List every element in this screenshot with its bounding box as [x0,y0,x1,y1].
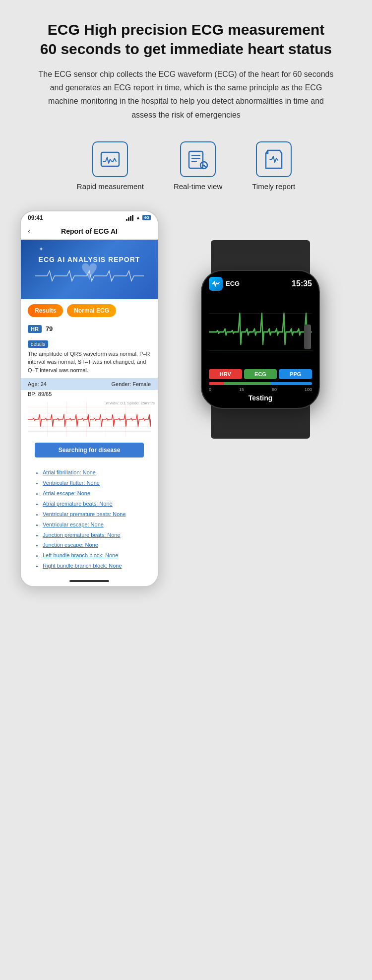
watch-mode-tabs: HRV ECG PPG [209,369,312,379]
rapid-measurement-icon-box [92,141,128,177]
ecg-chart-area: mV/div: 0.1 Speed: 25mm/s [21,399,158,439]
progress-label-100: 100 [305,387,312,392]
patient-bp: BP: 89/65 [28,391,52,397]
watch-app-icon [209,277,223,291]
page-wrapper: ECG High precision ECG measurement60 sec… [0,0,372,617]
watch-progress-labels: 0 15 60 100 [209,387,312,392]
feature-realtime: Real-time view [174,141,222,191]
watch-ecg-display [209,295,312,369]
patient-age: Age: 24 [28,381,47,387]
disease-item-rbbb[interactable]: Right bundle branch block: None [43,561,151,571]
hr-row: HR 79 [21,322,158,336]
details-section: details The amplitude of QRS waveform wa… [21,336,158,379]
patient-bp-row: BP: 89/65 [21,390,158,399]
details-badge[interactable]: details [28,340,48,348]
realtime-view-icon [187,148,209,170]
watch-tab-ppg[interactable]: PPG [279,369,312,379]
rapid-measurement-icon [99,148,121,170]
realtime-label: Real-time view [174,182,222,191]
main-content: 09:41 ▲ 4G ‹ Report of ECG AI [20,210,352,587]
searching-button-wrapper: Searching for disease [21,439,158,465]
signal-bars-icon [126,215,133,221]
disease-item-aescape[interactable]: Atrial escape: None [43,488,151,499]
watch-progress-bar [209,382,312,385]
phone-status-bar: 09:41 ▲ 4G [21,211,158,224]
banner-ecg-wave [35,268,144,283]
results-button[interactable]: Results [28,304,63,317]
svg-line-7 [204,165,206,167]
watch-section: ECG 15:35 [169,210,352,439]
progress-label-0: 0 [209,387,211,392]
disease-item-afib[interactable]: Atrial fibrillation: None [43,467,151,478]
normal-ecg-button[interactable]: Normal ECG [67,304,116,317]
sparkle-icon: ✦ [39,246,44,253]
watch-time: 15:35 [292,279,312,288]
disease-item-lbbb[interactable]: Left bundle branch block: None [43,550,151,561]
timely-report-icon [263,148,285,170]
feature-timely: Timely report [252,141,295,191]
realtime-view-icon-box [180,141,216,177]
page-title: ECG High precision ECG measurement60 sec… [20,20,352,59]
disease-item-apremature[interactable]: Atrial premature beats: None [43,499,151,509]
phone-screen-title: Report of ECG AI [61,227,118,235]
watch-crown [304,325,311,349]
header-section: ECG High precision ECG measurement60 sec… [20,20,352,122]
bar2 [128,217,129,221]
watch-ecg-svg [209,295,312,369]
bar1 [126,219,127,221]
bar3 [130,216,131,221]
timely-label: Timely report [252,182,295,191]
disease-item-vescape[interactable]: Ventricular escape: None [43,520,151,530]
phone-home-bar [21,576,158,586]
watch-app-name: ECG [226,280,240,287]
watch-testing-label: Testing [209,394,312,402]
searching-button[interactable]: Searching for disease [35,443,144,457]
watch-status-bar: ECG 15:35 [209,277,312,291]
watch-app-info: ECG [209,277,240,291]
features-section: Rapid measurement Real-time view [20,141,352,191]
watch-tab-hrv[interactable]: HRV [209,369,242,379]
network-badge: 4G [142,215,151,220]
progress-label-15: 15 [239,387,244,392]
disease-list: Atrial fibrillation: None Ventricular fl… [21,465,158,576]
disease-item-vflutter[interactable]: Ventricular flutter: None [43,478,151,488]
disease-item-jpremature[interactable]: Junction premature beats: None [43,530,151,540]
phone-mockup: 09:41 ▲ 4G ‹ Report of ECG AI [20,210,159,587]
phone-header: ‹ Report of ECG AI [21,224,158,240]
watch-screen: ECG 15:35 [202,271,319,408]
patient-info-bar: Age: 24 Gender: Female [21,378,158,390]
hr-value: 79 [46,325,53,332]
timely-report-icon-box [256,141,292,177]
ecg-chart-svg [28,402,151,437]
phone-status-icons: ▲ 4G [126,215,151,221]
watch-body: ECG 15:35 [201,270,320,409]
ecg-chart-label: mV/div: 0.1 Speed: 25mm/s [106,401,155,405]
progress-label-60: 60 [272,387,277,392]
patient-gender: Gender: Female [112,381,151,387]
watch-container: ECG 15:35 [181,240,340,439]
feature-rapid: Rapid measurement [77,141,144,191]
ecg-app-icon-svg [212,280,220,288]
wifi-icon: ▲ [135,215,140,220]
home-indicator [69,580,109,582]
rapid-label: Rapid measurement [77,182,144,191]
disease-item-vpremature[interactable]: Ventricular premature beats: None [43,509,151,520]
phone-time: 09:41 [28,214,43,221]
ecg-banner: ♥ ✦ ECG AI ANALYSIS REPORT [21,240,158,299]
subtitle-text: The ECG sensor chip collects the ECG wav… [37,67,335,122]
disease-item-jescape[interactable]: Junction escape: None [43,540,151,550]
bar4 [132,215,133,221]
watch-tab-ecg[interactable]: ECG [244,369,277,379]
results-tab-row: Results Normal ECG [21,299,158,322]
watch-progress-fill [209,382,312,385]
hr-badge: HR [28,325,42,333]
details-text: The amplitude of QRS waveform was normal… [28,350,151,375]
ecg-banner-title: ECG AI ANALYSIS REPORT [39,256,140,263]
back-arrow-icon[interactable]: ‹ [28,227,30,236]
